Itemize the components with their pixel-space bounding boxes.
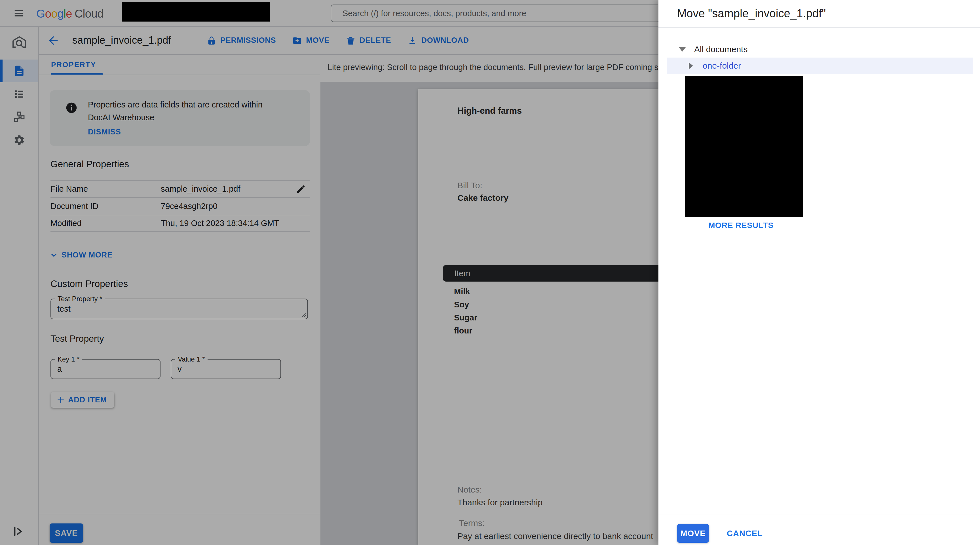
app-screen: Google Cloud sample_invoice_1.pdf PERMIS…: [0, 0, 980, 545]
triangle-right-icon[interactable]: [689, 62, 693, 69]
dialog-title: Move "sample_invoice_1.pdf": [677, 7, 826, 20]
dialog-footer-divider: [659, 514, 980, 514]
redacted-document-thumbnail[interactable]: [685, 76, 803, 217]
triangle-down-icon[interactable]: [679, 48, 686, 52]
dialog-cancel-button[interactable]: CANCEL: [720, 524, 770, 543]
dialog-header-divider: [659, 27, 980, 28]
move-dialog: Move "sample_invoice_1.pdf" All document…: [659, 0, 980, 545]
tree-item-one-folder[interactable]: one-folder: [667, 57, 973, 74]
tree-item-all-documents[interactable]: All documents: [659, 41, 980, 57]
more-results-button[interactable]: MORE RESULTS: [708, 221, 773, 230]
dialog-move-button[interactable]: MOVE: [677, 524, 709, 543]
